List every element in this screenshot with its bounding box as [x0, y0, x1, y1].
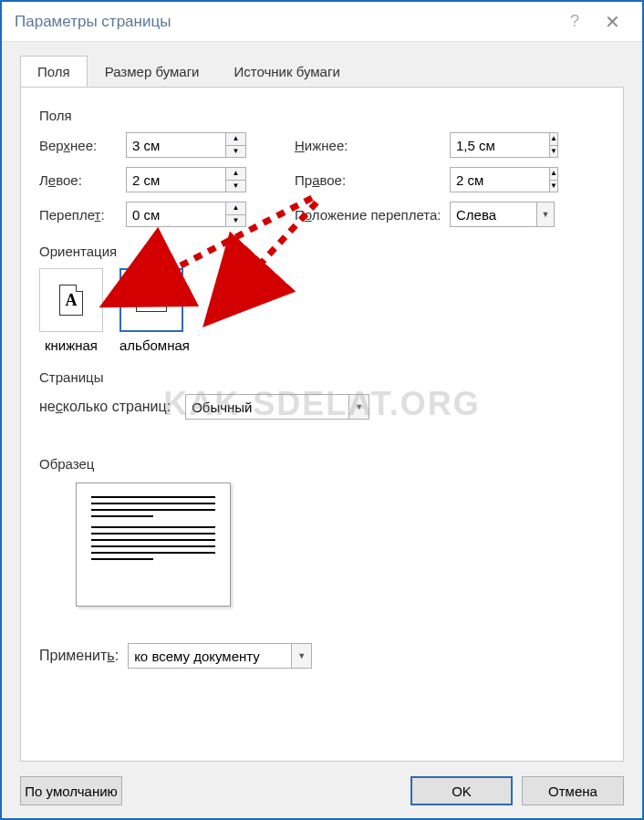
chevron-down-icon[interactable]: ▼: [349, 394, 369, 420]
bottom-margin-input[interactable]: ▲▼: [450, 132, 555, 158]
pages-group-label: Страницы: [39, 369, 605, 385]
top-margin-input[interactable]: ▲▼: [126, 132, 249, 158]
left-margin-field[interactable]: [126, 167, 226, 192]
top-margin-field[interactable]: [126, 132, 226, 158]
portrait-page-icon: A: [59, 285, 83, 316]
orientation-group-label: Ориентация: [39, 244, 605, 259]
spin-down-icon[interactable]: ▼: [226, 146, 245, 158]
close-icon[interactable]: ✕: [596, 11, 629, 33]
tab-margins[interactable]: Поля: [20, 56, 88, 88]
bottom-margin-field[interactable]: [450, 132, 550, 158]
gutter-input[interactable]: ▲▼: [126, 202, 249, 227]
tab-paper-source[interactable]: Источник бумаги: [217, 56, 358, 88]
right-margin-field[interactable]: [450, 167, 550, 192]
gutter-pos-label: Положение переплета:: [295, 207, 450, 223]
chevron-down-icon[interactable]: ▼: [537, 202, 555, 227]
titlebar: Параметры страницы ? ✕: [2, 2, 642, 42]
multi-pages-label: несколько страниц:: [39, 399, 171, 415]
default-button[interactable]: По умолчанию: [20, 776, 122, 805]
left-margin-label: Левое:: [39, 172, 126, 188]
gutter-label: Переплет:: [39, 207, 126, 223]
cancel-button[interactable]: Отмена: [522, 776, 624, 805]
spin-down-icon[interactable]: ▼: [226, 181, 245, 192]
portrait-label: книжная: [45, 337, 98, 353]
spin-up-icon[interactable]: ▲: [226, 202, 245, 215]
orientation-landscape[interactable]: A альбомная: [119, 268, 190, 353]
margins-grid: Верхнее: ▲▼ Нижнее: ▲▼ Левое: ▲▼: [39, 132, 605, 227]
multi-pages-select[interactable]: Обычный ▼: [185, 394, 369, 420]
orientation-portrait[interactable]: A книжная: [39, 268, 103, 353]
dialog-footer: По умолчанию OK Отмена: [2, 763, 642, 818]
tab-paper-size[interactable]: Размер бумаги: [88, 56, 217, 88]
top-margin-label: Верхнее:: [39, 138, 126, 153]
apply-value: ко всему документу: [128, 643, 292, 669]
spin-down-icon[interactable]: ▼: [550, 181, 557, 192]
preview-group-label: Образец: [39, 456, 605, 472]
right-margin-label: Правое:: [295, 172, 450, 188]
page-setup-dialog: Параметры страницы ? ✕ Поля Размер бумаг…: [0, 0, 644, 820]
landscape-page-icon: A: [136, 288, 167, 312]
orientation-row: A книжная A альбомная: [39, 268, 605, 353]
help-icon[interactable]: ?: [554, 12, 596, 31]
gutter-pos-select[interactable]: Слева ▼: [450, 202, 555, 227]
multi-pages-value: Обычный: [185, 394, 349, 420]
pages-row: несколько страниц: Обычный ▼: [39, 394, 605, 420]
margins-group-label: Поля: [39, 108, 605, 123]
apply-label: Применить:: [39, 648, 119, 664]
tab-strip: Поля Размер бумаги Источник бумаги: [20, 56, 624, 88]
apply-select[interactable]: ко всему документу ▼: [128, 643, 312, 669]
gutter-pos-value: Слева: [450, 202, 537, 227]
preview-thumbnail: [76, 483, 231, 607]
spin-up-icon[interactable]: ▲: [226, 133, 245, 146]
dialog-body: Поля Размер бумаги Источник бумаги Поля …: [2, 42, 642, 763]
spin-up-icon[interactable]: ▲: [550, 133, 557, 146]
landscape-label: альбомная: [119, 337, 190, 353]
apply-row: Применить: ко всему документу ▼: [39, 643, 605, 669]
right-margin-input[interactable]: ▲▼: [450, 167, 555, 192]
bottom-margin-label: Нижнее:: [295, 138, 450, 153]
window-title: Параметры страницы: [15, 13, 554, 31]
spin-up-icon[interactable]: ▲: [226, 168, 245, 181]
tab-panel: Поля Верхнее: ▲▼ Нижнее: ▲▼ Левое: ▲▼: [20, 87, 624, 762]
left-margin-input[interactable]: ▲▼: [126, 167, 249, 192]
spin-up-icon[interactable]: ▲: [550, 168, 557, 181]
ok-button[interactable]: OK: [410, 776, 513, 805]
gutter-field[interactable]: [126, 202, 226, 227]
spin-down-icon[interactable]: ▼: [226, 215, 245, 227]
spin-down-icon[interactable]: ▼: [550, 146, 557, 158]
chevron-down-icon[interactable]: ▼: [292, 643, 312, 669]
